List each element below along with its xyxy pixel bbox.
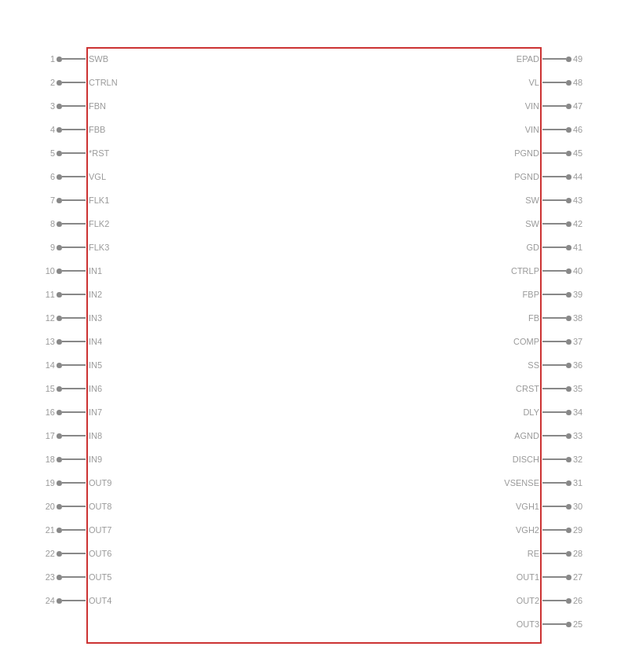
right-pin-47: 47VIN [501, 94, 589, 118]
left-pin-3: 3FBN [39, 94, 121, 118]
left-pin-15: 15IN6 [39, 377, 121, 400]
pin-label: SW [522, 219, 542, 228]
pin-label: EPAD [513, 54, 542, 64]
pin-label: DISCH [509, 455, 542, 464]
pin-dot [57, 575, 62, 580]
right-pin-40: 40CTRLP [501, 259, 589, 283]
left-pin-19: 19OUT9 [39, 471, 121, 495]
pin-line [542, 105, 566, 107]
pin-label: FLK1 [86, 195, 112, 205]
right-pin-27: 27OUT1 [501, 565, 589, 589]
pin-dot [57, 598, 62, 604]
left-pin-13: 13IN4 [39, 330, 121, 353]
pin-line [62, 317, 86, 319]
pin-dot [57, 480, 62, 486]
pin-label: COMP [510, 337, 542, 346]
pin-dot [566, 457, 571, 462]
pin-line [62, 482, 86, 484]
pin-line [62, 553, 86, 554]
pin-line [542, 411, 566, 413]
pin-dot [57, 339, 62, 345]
pin-number: 31 [573, 478, 589, 488]
pin-dot [566, 551, 571, 557]
pin-line [62, 388, 86, 389]
pin-dot [566, 127, 571, 133]
pin-dot [57, 268, 62, 274]
pin-dot [566, 57, 571, 62]
pin-number: 46 [573, 125, 589, 134]
pin-line [62, 176, 86, 177]
pin-number: 36 [573, 360, 589, 370]
pin-line [542, 199, 566, 201]
pin-dot [57, 504, 62, 509]
pin-number: 9 [39, 243, 55, 252]
pin-label: VL [526, 78, 542, 87]
pin-line [542, 82, 566, 83]
pin-line [542, 553, 566, 554]
pin-label: OUT9 [86, 478, 115, 488]
pin-number: 29 [573, 525, 589, 535]
pin-dot [566, 268, 571, 274]
pin-number: 3 [39, 101, 55, 111]
pin-label: GD [524, 243, 543, 252]
pin-dot [57, 127, 62, 133]
right-pin-30: 30VGH1 [501, 495, 589, 518]
pin-number: 8 [39, 219, 55, 228]
pin-dot [57, 316, 62, 321]
right-pin-39: 39FBP [501, 283, 589, 306]
pin-label: IN9 [86, 455, 105, 464]
pin-number: 13 [39, 337, 55, 346]
pin-line [542, 600, 566, 601]
ic-body [86, 47, 542, 644]
pin-dot [566, 104, 571, 109]
right-pin-43: 43SW [501, 188, 589, 212]
pin-dot [57, 410, 62, 415]
pin-dot [57, 386, 62, 392]
ic-container: 1SWB2CTRLN3FBN4FBB5*RST6VGL7FLK18FLK29FL… [39, 16, 589, 656]
pin-label: DLY [520, 407, 542, 417]
pin-dot [57, 245, 62, 250]
pin-line [62, 600, 86, 601]
pin-dot [57, 292, 62, 298]
pin-label: RE [524, 549, 542, 558]
pin-number: 49 [573, 54, 589, 64]
right-pin-38: 38FB [501, 306, 589, 330]
pin-line [542, 270, 566, 272]
pin-dot [566, 221, 571, 227]
pin-number: 7 [39, 195, 55, 205]
pin-number: 14 [39, 360, 55, 370]
pin-label: OUT3 [513, 619, 542, 629]
left-pin-2: 2CTRLN [39, 71, 121, 94]
pin-label: SS [524, 360, 542, 370]
pin-label: VGH2 [513, 525, 542, 535]
pin-label: OUT6 [86, 549, 115, 558]
pin-line [62, 105, 86, 107]
left-pin-18: 18IN9 [39, 447, 121, 471]
pin-dot [566, 410, 571, 415]
pin-label: *RST [86, 148, 112, 158]
pin-dot [566, 198, 571, 203]
pin-dot [57, 528, 62, 533]
pin-label: CTRLN [86, 78, 121, 87]
pin-label: PGND [511, 172, 542, 181]
left-pin-17: 17IN8 [39, 424, 121, 447]
right-pins: 49EPAD48VL47VIN46VIN45PGND44PGND43SW42SW… [501, 47, 589, 636]
pin-number: 42 [573, 219, 589, 228]
pin-dot [57, 221, 62, 227]
pin-label: VGL [86, 172, 109, 181]
pin-number: 26 [573, 596, 589, 605]
left-pin-7: 7FLK1 [39, 188, 121, 212]
left-pin-16: 16IN7 [39, 400, 121, 424]
right-pin-33: 33AGND [501, 424, 589, 447]
left-pins: 1SWB2CTRLN3FBN4FBB5*RST6VGL7FLK18FLK29FL… [39, 47, 121, 612]
pin-number: 45 [573, 148, 589, 158]
pin-label: CRST [513, 384, 542, 393]
pin-number: 19 [39, 478, 55, 488]
left-pin-1: 1SWB [39, 47, 121, 71]
pin-line [62, 82, 86, 83]
right-pin-28: 28RE [501, 542, 589, 565]
pin-number: 41 [573, 243, 589, 252]
left-pin-4: 4FBB [39, 118, 121, 141]
pin-line [542, 58, 566, 60]
pin-number: 28 [573, 549, 589, 558]
